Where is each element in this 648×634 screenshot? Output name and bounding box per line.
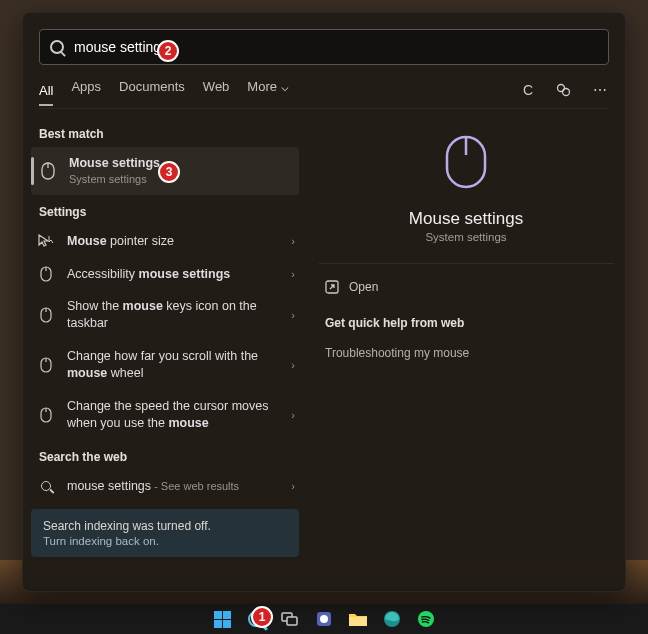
chevron-right-icon: ›: [291, 359, 295, 371]
search-options-icon[interactable]: [555, 81, 573, 99]
svg-point-1: [563, 88, 570, 95]
settings-header: Settings: [23, 195, 307, 225]
web-header: Search the web: [23, 440, 307, 470]
open-action[interactable]: Open: [319, 272, 613, 302]
chevron-right-icon: ›: [291, 235, 295, 247]
search-flyout: All Apps Documents Web More ⌵ C ⋯ Best m…: [22, 12, 626, 592]
task-view-button[interactable]: [277, 606, 303, 632]
chevron-down-icon: ⌵: [281, 79, 289, 94]
more-icon[interactable]: ⋯: [591, 81, 609, 99]
preview-pane: Mouse settings System settings Open Get …: [307, 109, 625, 583]
search-icon: [50, 40, 64, 54]
chevron-right-icon: ›: [291, 309, 295, 321]
tab-web[interactable]: Web: [203, 79, 230, 100]
quick-help-header: Get quick help from web: [319, 302, 613, 340]
best-match-header: Best match: [23, 117, 307, 147]
mouse-icon: [37, 357, 55, 373]
svg-point-18: [320, 615, 328, 623]
result-title: Change the speed the cursor moves when y…: [67, 398, 279, 432]
annotation-1: 1: [251, 606, 273, 628]
tab-apps[interactable]: Apps: [71, 79, 101, 100]
result-title: Change how far you scroll with the mouse…: [67, 348, 279, 382]
chevron-right-icon: ›: [291, 480, 295, 492]
preview-subtitle: System settings: [319, 231, 613, 243]
mouse-icon: [37, 307, 55, 323]
settings-item[interactable]: Change how far you scroll with the mouse…: [23, 340, 307, 390]
annotation-3: 3: [158, 161, 180, 183]
annotation-2: 2: [157, 40, 179, 62]
search-box[interactable]: [39, 29, 609, 65]
web-result-item[interactable]: mouse settings - See web results ›: [23, 470, 307, 503]
chevron-right-icon: ›: [291, 409, 295, 421]
indexing-banner[interactable]: Search indexing was turned off. Turn ind…: [31, 509, 299, 557]
pointer-icon: [37, 234, 55, 248]
tab-documents[interactable]: Documents: [119, 79, 185, 100]
tab-all[interactable]: All: [39, 83, 53, 106]
taskbar-app-explorer[interactable]: [345, 606, 371, 632]
search-icon: [37, 481, 55, 491]
tab-more[interactable]: More ⌵: [247, 79, 288, 100]
svg-rect-19: [349, 617, 367, 626]
preview-title: Mouse settings: [319, 209, 613, 229]
result-title: Mouse pointer size: [67, 233, 279, 250]
taskbar: [0, 604, 648, 634]
result-title: mouse settings - See web results: [67, 478, 279, 495]
result-title: Accessibility mouse settings: [67, 266, 279, 283]
banner-link[interactable]: Turn indexing back on.: [43, 535, 287, 547]
open-label: Open: [349, 280, 378, 294]
filter-tabs: All Apps Documents Web More ⌵ C ⋯: [39, 79, 609, 109]
taskbar-app-edge[interactable]: [379, 606, 405, 632]
taskbar-app-spotify[interactable]: [413, 606, 439, 632]
svg-rect-16: [287, 617, 297, 625]
settings-item[interactable]: Mouse pointer size ›: [23, 225, 307, 258]
start-button[interactable]: [209, 606, 235, 632]
mouse-icon: [39, 162, 57, 180]
search-input[interactable]: [74, 39, 598, 55]
settings-item[interactable]: Accessibility mouse settings ›: [23, 258, 307, 291]
mouse-icon: [37, 407, 55, 423]
open-icon: [325, 280, 339, 294]
settings-item[interactable]: Change the speed the cursor moves when y…: [23, 390, 307, 440]
mouse-icon: [319, 133, 613, 195]
chevron-right-icon: ›: [291, 268, 295, 280]
mouse-icon: [37, 266, 55, 282]
refresh-icon[interactable]: C: [519, 81, 537, 99]
taskbar-app-chat[interactable]: [311, 606, 337, 632]
help-link[interactable]: Troubleshooting my mouse: [319, 340, 613, 366]
banner-title: Search indexing was turned off.: [43, 519, 287, 533]
result-title: Show the mouse keys icon on the taskbar: [67, 298, 279, 332]
settings-item[interactable]: Show the mouse keys icon on the taskbar …: [23, 290, 307, 340]
